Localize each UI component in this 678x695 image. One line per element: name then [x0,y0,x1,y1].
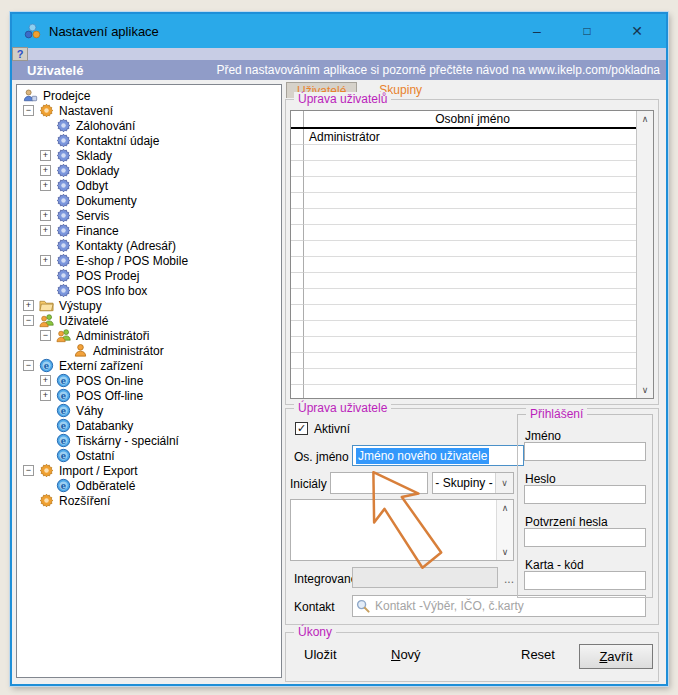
tree-item[interactable]: Administrátor [17,343,281,358]
row-selector-cell[interactable] [291,353,304,369]
chevron-down-icon[interactable]: ∨ [495,473,513,493]
table-row[interactable] [291,321,636,337]
row-selector-cell[interactable] [291,337,304,353]
tree-item-label: Externí zařízení [59,359,143,373]
reset-button[interactable]: Reset [521,647,555,662]
table-row[interactable] [291,289,636,305]
tree-item[interactable]: Dokumenty [17,193,281,208]
collapse-minus-icon[interactable]: − [23,105,34,116]
maximize-icon[interactable]: □ [576,20,598,42]
collapse-minus-icon[interactable]: − [23,465,34,476]
close-icon[interactable]: ✕ [626,20,648,42]
table-row[interactable] [291,385,636,398]
table-row[interactable] [291,369,636,385]
row-selector-cell[interactable] [291,225,304,241]
tree-item[interactable]: −Nastavení [17,103,281,118]
expand-plus-icon[interactable]: + [40,255,51,266]
login-field-input-2[interactable] [524,485,646,504]
tree-item[interactable]: +Sklady [17,148,281,163]
tree-item-label: Rozšíření [59,494,110,508]
table-row[interactable] [291,241,636,257]
listbox-scrollbar[interactable]: ∧ ∨ [496,500,513,560]
table-row[interactable] [291,353,636,369]
tree-item[interactable]: +Doklady [17,163,281,178]
contact-search-input[interactable]: Kontakt -Výběr, IČO, č.karty [352,595,646,617]
row-selector-cell[interactable] [291,369,304,385]
tree-item[interactable]: Kontakty (Adresář) [17,238,281,253]
row-selector-cell[interactable] [291,129,304,145]
row-selector-cell[interactable] [291,273,304,289]
tree-item[interactable]: Prodejce [17,88,281,103]
zavrit-button[interactable]: Zavřít [579,644,653,669]
ulozit-button[interactable]: Uložit [304,647,337,662]
tree-item[interactable]: −Externí zařízení [17,358,281,373]
scroll-up-icon[interactable]: ∧ [497,500,513,516]
row-selector-cell[interactable] [291,257,304,273]
tree-item[interactable]: Kontaktní údaje [17,133,281,148]
row-selector-cell[interactable] [291,321,304,337]
tree-item[interactable]: +Finance [17,223,281,238]
table-row[interactable] [291,225,636,241]
expand-plus-icon[interactable]: + [40,180,51,191]
table-row[interactable] [291,177,636,193]
table-row[interactable] [291,145,636,161]
row-selector-cell[interactable] [291,305,304,321]
scroll-down-icon[interactable]: ∨ [497,544,513,560]
novy-button[interactable]: Nový [391,647,421,662]
row-selector-cell[interactable] [291,289,304,305]
row-selector-cell[interactable] [291,385,304,398]
table-row[interactable] [291,305,636,321]
active-checkbox[interactable]: ✓ [295,422,308,435]
tree-item[interactable]: Odběratelé [17,478,281,493]
login-field-input-4[interactable] [524,571,646,590]
expand-plus-icon[interactable]: + [40,225,51,236]
tree-item[interactable]: Databanky [17,418,281,433]
collapse-minus-icon[interactable]: − [23,360,34,371]
tree-item[interactable]: Ostatní [17,448,281,463]
tree-item[interactable]: POS Prodej [17,268,281,283]
integrated-more-button[interactable]: ... [504,572,514,586]
login-field-input-1[interactable] [524,442,646,461]
tree-item[interactable]: −Import / Export [17,463,281,478]
tree-item[interactable]: +E-shop / POS Mobile [17,253,281,268]
tree-item[interactable]: POS Info box [17,283,281,298]
table-row[interactable] [291,257,636,273]
login-field-input-3[interactable] [524,528,646,547]
table-row[interactable]: Administrátor [291,129,636,145]
tree-item[interactable]: Tiskárny - speciální [17,433,281,448]
table-scrollbar[interactable]: ∧ ∨ [636,111,653,398]
tree-item[interactable]: +Výstupy [17,298,281,313]
expand-plus-icon[interactable]: + [40,375,51,386]
table-row[interactable] [291,209,636,225]
tree-item[interactable]: −Administrátoři [17,328,281,343]
expand-plus-icon[interactable]: + [40,390,51,401]
tree-item[interactable]: +POS Off-line [17,388,281,403]
help-button[interactable]: ? [12,47,28,61]
tree-item[interactable]: +Servis [17,208,281,223]
scroll-up-icon[interactable]: ∧ [637,111,653,127]
table-row[interactable] [291,273,636,289]
row-selector-cell[interactable] [291,145,304,161]
scroll-down-icon[interactable]: ∨ [637,382,653,398]
row-selector-cell[interactable] [291,209,304,225]
row-selector-cell[interactable] [291,193,304,209]
collapse-minus-icon[interactable]: − [40,330,51,341]
tree-item[interactable]: −Uživatelé [17,313,281,328]
expand-plus-icon[interactable]: + [40,165,51,176]
minimize-icon[interactable]: – [526,20,548,42]
tree-item[interactable]: +POS On-line [17,373,281,388]
tree-item[interactable]: Rozšíření [17,493,281,508]
table-row[interactable] [291,161,636,177]
row-selector-cell[interactable] [291,161,304,177]
table-row[interactable] [291,193,636,209]
table-row[interactable] [291,337,636,353]
collapse-minus-icon[interactable]: − [23,315,34,326]
expand-plus-icon[interactable]: + [40,210,51,221]
row-selector-cell[interactable] [291,241,304,257]
row-selector-cell[interactable] [291,177,304,193]
expand-plus-icon[interactable]: + [23,300,34,311]
expand-plus-icon[interactable]: + [40,150,51,161]
tree-item[interactable]: Váhy [17,403,281,418]
tree-item[interactable]: +Odbyt [17,178,281,193]
tree-item[interactable]: Zálohování [17,118,281,133]
